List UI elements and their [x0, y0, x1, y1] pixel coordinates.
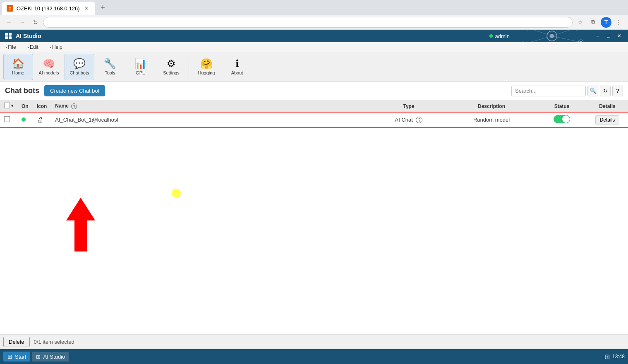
taskbar-grid-icon: ⊞: [604, 353, 610, 361]
app-title: AI Studio: [16, 33, 489, 39]
toolbar-tools-button[interactable]: 🔧 Tools: [95, 54, 125, 80]
create-chat-bot-button[interactable]: Create new Chat bot: [44, 85, 105, 96]
name-help-icon[interactable]: ?: [71, 103, 77, 109]
taskbar: ⊞ Start ⊞ AI Studio ⊞ 13:48: [0, 349, 628, 364]
th-description: Description: [446, 100, 537, 113]
start-label: Start: [15, 354, 26, 360]
bot-icon: 🖨: [37, 116, 43, 123]
start-button[interactable]: ⊞ Start: [3, 352, 30, 362]
ai-models-icon: 🧠: [43, 59, 55, 69]
row-type-cell: AI Chat ?: [372, 113, 446, 127]
gpu-icon: 📊: [134, 59, 147, 69]
forward-button[interactable]: →: [17, 17, 28, 28]
tools-icon: 🔧: [104, 59, 116, 69]
nav-bar: ← → ↻ localhost:9515/AI+Studio/?a=Chat+b…: [0, 15, 628, 30]
content-area: Chat bots Create new Chat bot 🔍 ↻ ?: [0, 82, 628, 334]
refresh-button[interactable]: ↻: [30, 17, 41, 28]
toolbar-settings-button[interactable]: ⚙ Settings: [156, 54, 186, 80]
details-button[interactable]: Details: [595, 115, 620, 125]
settings-label: Settings: [163, 70, 180, 75]
row-checkbox-cell: [0, 113, 17, 127]
row-status-cell: [537, 113, 587, 127]
page-title: Chat bots: [5, 86, 39, 95]
address-input[interactable]: localhost:9515/AI+Studio/?a=Chat+bots&nc…: [48, 19, 567, 25]
tab-title: OZEKI 10 (192.168.0.126): [17, 5, 79, 12]
toolbar-separator: [189, 57, 189, 77]
toolbar-home-button[interactable]: 🏠 Home: [3, 54, 33, 80]
close-button[interactable]: ✕: [615, 31, 624, 41]
toolbar: 🏠 Home 🧠 AI models 💬 Chat bots 🔧 Tools 📊…: [0, 52, 628, 82]
menu-button[interactable]: ⋮: [613, 17, 625, 28]
back-button[interactable]: ←: [3, 17, 15, 28]
bookmark-button[interactable]: ☆: [574, 17, 586, 28]
app-window: AI Studio admin: [0, 30, 628, 349]
svg-rect-2: [5, 36, 8, 39]
hugging-icon: 🤗: [200, 59, 213, 69]
table-row[interactable]: 🖨 AI_Chat_Bot_1@localhost AI Chat ? Rand…: [0, 113, 628, 127]
row-checkbox[interactable]: [4, 116, 10, 122]
svg-line-16: [552, 36, 581, 42]
row-icon-cell: 🖨: [33, 113, 51, 127]
th-icon: Icon: [33, 100, 51, 113]
taskbar-clock: 13:48: [612, 354, 625, 359]
row-name-cell: AI_Chat_Bot_1@localhost: [51, 113, 372, 127]
gpu-label: GPU: [136, 70, 146, 75]
taskbar-app-icon: ⊞: [36, 354, 41, 360]
status-toggle[interactable]: [554, 115, 570, 123]
th-type: Type: [372, 100, 446, 113]
delete-button[interactable]: Delete: [3, 337, 30, 347]
chat-bots-label: Chat bots: [70, 70, 89, 75]
bot-description: Random model: [473, 117, 510, 123]
selection-info: 0/1 item selected: [34, 339, 74, 345]
toolbar-ai-models-button[interactable]: 🧠 AI models: [34, 54, 64, 80]
select-all-checkbox[interactable]: [4, 103, 10, 108]
browser-tab[interactable]: O OZEKI 10 (192.168.0.126) ✕: [2, 2, 95, 15]
address-bar[interactable]: localhost:9515/AI+Studio/?a=Chat+bots&nc…: [43, 17, 573, 28]
minimize-button[interactable]: –: [593, 31, 602, 41]
profile-button[interactable]: T: [601, 17, 611, 28]
start-icon: ⊞: [7, 353, 12, 360]
refresh-list-button[interactable]: ↻: [600, 86, 611, 96]
chat-bots-table: ▾ On Icon Name ? Type Description St: [0, 100, 628, 127]
tab-bar: O OZEKI 10 (192.168.0.126) ✕ +: [0, 0, 628, 15]
hugging-label: Hugging: [198, 70, 215, 75]
online-indicator: [22, 117, 26, 122]
row-details-cell: Details: [587, 113, 628, 127]
svg-line-17: [523, 36, 552, 44]
th-name: Name ?: [51, 100, 372, 113]
toolbar-gpu-button[interactable]: 📊 GPU: [126, 54, 156, 80]
type-help-icon[interactable]: ?: [416, 117, 422, 123]
toolbar-chat-bots-button[interactable]: 💬 Chat bots: [65, 54, 94, 80]
home-label: Home: [12, 70, 24, 75]
th-details: Details: [587, 100, 628, 113]
row-online-cell: [17, 113, 33, 127]
menu-item-help[interactable]: Help: [48, 43, 65, 51]
page-header: Chat bots Create new Chat bot 🔍 ↻ ?: [0, 82, 628, 100]
th-status: Status: [537, 100, 587, 113]
toolbar-hugging-button[interactable]: 🤗 Hugging: [192, 54, 221, 80]
toggle-thumb: [562, 115, 570, 123]
help-button[interactable]: ?: [612, 86, 623, 96]
nav-actions: ☆ ⧉ T ⋮: [574, 17, 625, 28]
new-tab-button[interactable]: +: [97, 2, 108, 13]
search-button[interactable]: 🔍: [587, 86, 598, 96]
taskbar-app-button[interactable]: ⊞ AI Studio: [32, 352, 69, 362]
menu-item-edit[interactable]: Edit: [25, 43, 41, 51]
tab-close-button[interactable]: ✕: [83, 5, 90, 12]
app-logo-icon: [4, 32, 12, 40]
select-all-dropdown[interactable]: ▾: [4, 103, 13, 108]
maximize-button[interactable]: □: [604, 31, 613, 41]
search-input[interactable]: [511, 86, 586, 96]
extensions-button[interactable]: ⧉: [587, 17, 599, 28]
toolbar-about-button[interactable]: ℹ About: [222, 54, 252, 80]
menu-item-file[interactable]: File: [3, 43, 19, 51]
svg-rect-3: [9, 36, 12, 39]
window-controls: – □ ✕: [593, 31, 624, 41]
chat-bots-icon: 💬: [73, 59, 86, 69]
search-area: 🔍 ↻ ?: [511, 86, 623, 96]
th-on: On: [17, 100, 33, 113]
svg-point-6: [525, 30, 530, 30]
bot-type: AI Chat: [395, 117, 413, 123]
network-graphic: [515, 30, 589, 48]
taskbar-app-label: AI Studio: [43, 354, 65, 360]
